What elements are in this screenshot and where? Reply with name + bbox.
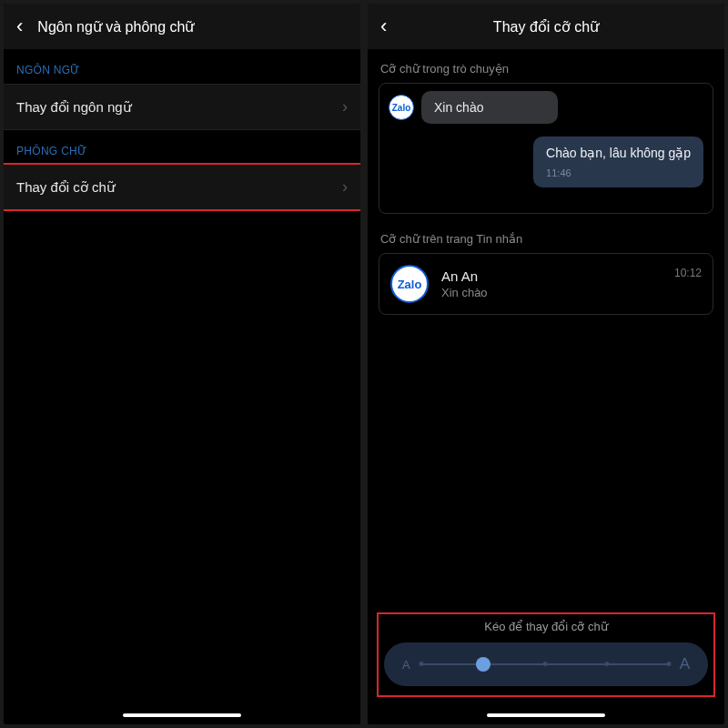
message-list-texts: An An Xin chào: [441, 268, 488, 299]
phone-screen-left: ‹ Ngôn ngữ và phông chữ NGÔN NGỮ Thay đổ…: [4, 4, 360, 724]
home-indicator[interactable]: [487, 713, 605, 717]
chat-preview-label: Cỡ chữ trong trò chuyện: [368, 49, 724, 83]
slider-thumb[interactable]: [476, 657, 490, 672]
contact-preview: Xin chào: [441, 286, 488, 299]
back-icon[interactable]: ‹: [16, 15, 23, 38]
zalo-avatar-icon: Zalo: [389, 95, 414, 120]
home-indicator[interactable]: [123, 713, 241, 717]
header-left: ‹ Ngôn ngữ và phông chữ: [4, 4, 360, 49]
section-language-label: NGÔN NGỮ: [4, 49, 360, 84]
slider-tick: [542, 662, 547, 666]
page-title: Thay đổi cỡ chữ: [368, 18, 724, 35]
incoming-bubble: Xin chào: [421, 91, 558, 124]
message-list-item[interactable]: Zalo An An Xin chào 10:12: [379, 253, 713, 315]
row-change-language-label: Thay đổi ngôn ngữ: [16, 99, 132, 116]
page-title: Ngôn ngữ và phông chữ: [37, 18, 194, 35]
row-change-font-size-label: Thay đổi cỡ chữ: [16, 179, 116, 196]
list-preview-label: Cỡ chữ trên trang Tin nhắn: [368, 219, 724, 253]
outgoing-time: 11:46: [546, 167, 691, 178]
outgoing-bubble: Chào bạn, lâu không gặp 11:46: [533, 136, 703, 187]
chevron-right-icon: ›: [342, 177, 348, 197]
slider-label: Kéo để thay đổi cỡ chữ: [384, 620, 708, 633]
content-right: Cỡ chữ trong trò chuyện Zalo Xin chào Ch…: [368, 49, 724, 724]
row-change-language[interactable]: Thay đổi ngôn ngữ ›: [4, 84, 360, 130]
phone-screen-right: ‹ Thay đổi cỡ chữ Cỡ chữ trong trò chuyệ…: [368, 4, 724, 724]
chat-area: Zalo Xin chào Chào bạn, lâu không gặp 11…: [389, 91, 703, 209]
contact-time: 10:12: [674, 267, 702, 279]
slider-small-a-icon: A: [402, 658, 410, 672]
chat-preview-frame: Zalo Xin chào Chào bạn, lâu không gặp 11…: [379, 83, 713, 214]
font-size-slider[interactable]: A A: [384, 642, 708, 686]
slider-tick: [604, 662, 609, 666]
zalo-avatar-icon: Zalo: [390, 265, 429, 303]
font-size-slider-wrap: Kéo để thay đổi cỡ chữ A A: [377, 612, 715, 697]
outgoing-text: Chào bạn, lâu không gặp: [546, 146, 691, 160]
row-change-font-size[interactable]: Thay đổi cỡ chữ ›: [4, 163, 360, 211]
spacer: [368, 322, 724, 612]
slider-tick: [419, 662, 423, 666]
slider-tick: [666, 662, 671, 666]
chevron-right-icon: ›: [342, 97, 348, 116]
header-right: ‹ Thay đổi cỡ chữ: [368, 4, 724, 49]
contact-name: An An: [441, 268, 488, 284]
slider-track[interactable]: [421, 663, 669, 665]
slider-large-a-icon: A: [680, 655, 690, 673]
section-font-label: PHÔNG CHỮ: [4, 130, 360, 165]
content-left: NGÔN NGỮ Thay đổi ngôn ngữ › PHÔNG CHỮ T…: [4, 49, 360, 724]
